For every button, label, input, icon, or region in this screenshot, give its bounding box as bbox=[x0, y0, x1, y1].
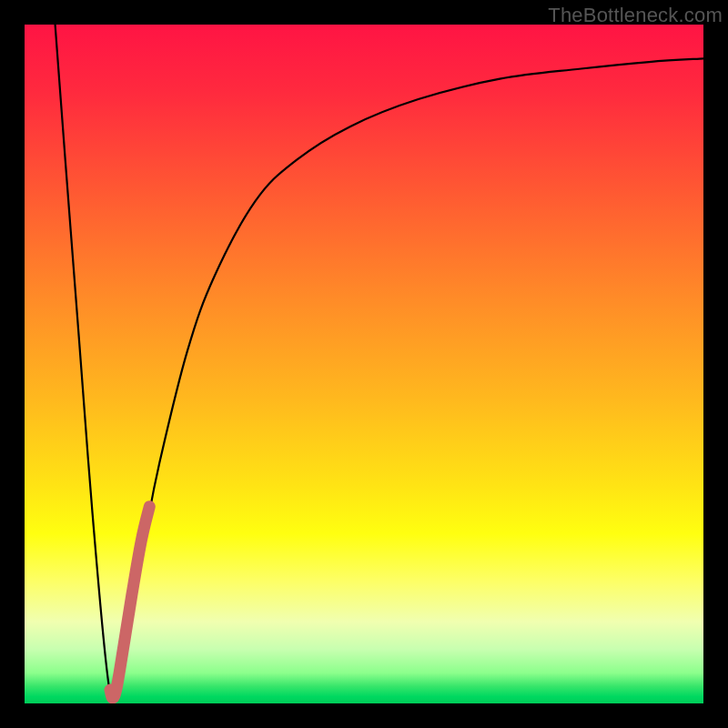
watermark-text: TheBottleneck.com bbox=[548, 4, 723, 27]
plot-gradient-background bbox=[25, 25, 703, 703]
chart-frame: TheBottleneck.com bbox=[0, 0, 728, 728]
